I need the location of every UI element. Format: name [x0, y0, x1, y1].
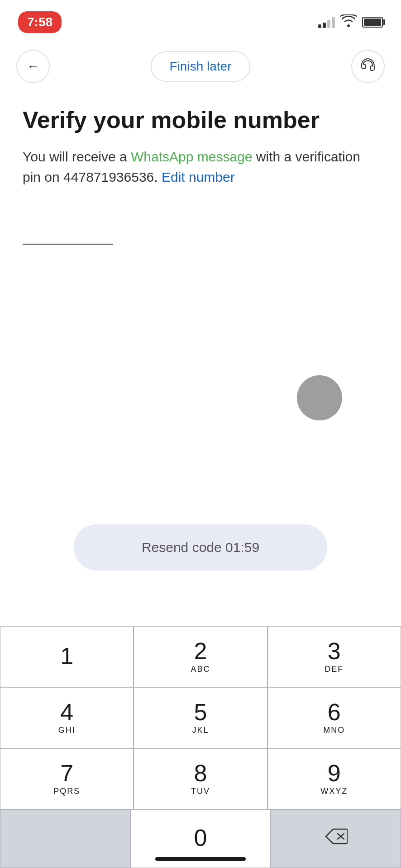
- floating-handle[interactable]: [297, 375, 342, 420]
- key-empty: [0, 809, 131, 868]
- key-3[interactable]: 3 DEF: [267, 626, 401, 687]
- keyboard-row-3: 7 PQRS 8 TUV 9 WXYZ: [0, 748, 401, 809]
- status-icons: [318, 14, 383, 30]
- resend-container: Resend code 01:59: [74, 524, 327, 571]
- signal-icon: [318, 16, 335, 28]
- whatsapp-link: WhatsApp message: [131, 149, 252, 164]
- wifi-icon: [340, 14, 357, 30]
- key-7[interactable]: 7 PQRS: [0, 748, 134, 809]
- headset-icon: [360, 57, 376, 76]
- nav-bar: ← Finish later: [0, 41, 401, 92]
- edit-number-link[interactable]: Edit number: [162, 170, 235, 184]
- support-button[interactable]: [351, 50, 385, 83]
- key-5[interactable]: 5 JKL: [134, 687, 267, 748]
- key-6[interactable]: 6 MNO: [267, 687, 401, 748]
- description-prefix: You will receive a: [23, 149, 131, 164]
- finish-later-button[interactable]: Finish later: [151, 51, 251, 82]
- keyboard-row-1: 1 2 ABC 3 DEF: [0, 626, 401, 687]
- resend-code-button[interactable]: Resend code 01:59: [74, 524, 327, 571]
- key-9[interactable]: 9 WXYZ: [267, 748, 401, 809]
- pin-input[interactable]: [23, 210, 113, 245]
- home-indicator: [155, 857, 246, 861]
- pin-input-container: [23, 210, 378, 245]
- key-delete[interactable]: [270, 809, 401, 868]
- status-bar: 7:58: [0, 0, 401, 36]
- keyboard-row-2: 4 GHI 5 JKL 6 MNO: [0, 687, 401, 748]
- key-2[interactable]: 2 ABC: [134, 626, 267, 687]
- page-title: Verify your mobile number: [23, 106, 378, 134]
- key-4[interactable]: 4 GHI: [0, 687, 134, 748]
- key-8[interactable]: 8 TUV: [134, 748, 267, 809]
- back-arrow-icon: ←: [27, 59, 39, 74]
- key-1[interactable]: 1: [0, 626, 134, 687]
- description-text: You will receive a WhatsApp message with…: [23, 146, 378, 187]
- content-area: Verify your mobile number You will recei…: [0, 92, 401, 245]
- back-button[interactable]: ←: [16, 50, 50, 83]
- delete-icon: [324, 827, 348, 850]
- battery-icon: [362, 17, 383, 28]
- numeric-keyboard: 1 2 ABC 3 DEF 4 GHI 5 JKL 6 MNO 7 PQRS: [0, 626, 401, 868]
- status-time: 7:58: [18, 11, 62, 33]
